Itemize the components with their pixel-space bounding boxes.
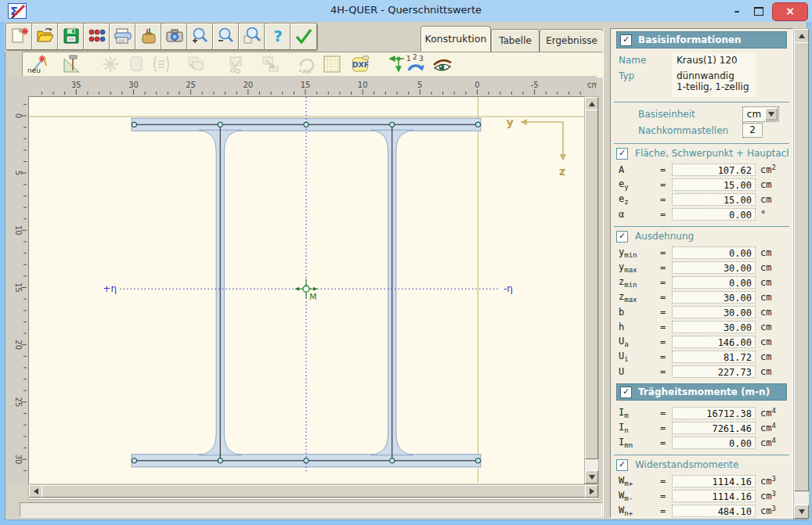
equals-sign: = bbox=[660, 322, 672, 333]
section-header-2: ✓Trägheitsmomente (m-n) bbox=[616, 383, 787, 401]
arrow-right-icon bbox=[590, 488, 594, 494]
value-row-A: A=107.62cm2 bbox=[619, 162, 792, 177]
unit-label: cm bbox=[760, 336, 792, 347]
pens-button[interactable] bbox=[135, 23, 162, 50]
eye-button[interactable] bbox=[432, 54, 454, 74]
svg-text:z: z bbox=[559, 165, 565, 178]
equals-sign: = bbox=[660, 491, 672, 502]
svg-text:25: 25 bbox=[14, 397, 23, 408]
value-field: 0.00 bbox=[672, 437, 756, 449]
group-label: Widerstandsmomente bbox=[635, 459, 789, 470]
svg-text:25: 25 bbox=[186, 81, 196, 89]
print-button[interactable] bbox=[110, 23, 136, 50]
separator bbox=[614, 143, 789, 144]
svg-text:0: 0 bbox=[14, 113, 23, 118]
value-field: 0.00 bbox=[672, 276, 756, 289]
tab-konstruktion[interactable]: Konstruktion bbox=[420, 26, 491, 52]
arrow-down-icon bbox=[589, 475, 595, 480]
hscroll-thumb[interactable] bbox=[42, 485, 586, 498]
help-button[interactable]: ? bbox=[265, 23, 291, 50]
geometry-button[interactable] bbox=[61, 54, 83, 74]
confirm-button[interactable] bbox=[291, 23, 317, 50]
value-field: 30.00 bbox=[672, 291, 756, 304]
value-row-ey: ey=15.00cm bbox=[619, 177, 792, 192]
open-icon bbox=[33, 26, 58, 46]
copy-icon bbox=[186, 54, 208, 74]
zoom-section-icon bbox=[240, 26, 265, 46]
value-field: 30.00 bbox=[672, 261, 756, 274]
dxf-icon: DXF bbox=[351, 54, 373, 74]
construction-canvas[interactable]: +η-ηMyz bbox=[28, 96, 585, 484]
unit-dropdown[interactable]: cm bbox=[742, 106, 779, 122]
scroll-up-button[interactable] bbox=[585, 97, 598, 110]
svg-text:cm: cm bbox=[587, 81, 597, 89]
basiseinheit-row: Basiseinheitcm bbox=[638, 106, 792, 122]
decimals-input[interactable]: 2 bbox=[742, 123, 763, 138]
checkbox[interactable]: ✓ bbox=[616, 459, 628, 471]
panel-scroll-down-button[interactable] bbox=[794, 505, 809, 519]
checkbox[interactable]: ✓ bbox=[616, 148, 628, 160]
app-window: Σ 4H-QUER - Querschnittswerte – × ? Kons… bbox=[0, 0, 812, 525]
tab-ergebnisse[interactable]: Ergebnisse bbox=[540, 29, 604, 52]
unit-label: cm2 bbox=[760, 164, 792, 175]
scroll-right-button[interactable] bbox=[585, 485, 598, 498]
abacus-button[interactable] bbox=[84, 23, 110, 50]
equals-sign: = bbox=[660, 277, 672, 288]
panel-scroll-up-button[interactable] bbox=[794, 29, 809, 43]
tab-label: Konstruktion bbox=[425, 33, 487, 45]
svg-text:10: 10 bbox=[14, 225, 23, 236]
new-button[interactable] bbox=[6, 23, 33, 50]
unit-label: cm4 bbox=[760, 422, 792, 433]
unit-label: cm bbox=[760, 351, 792, 362]
symbol: Ui bbox=[619, 351, 660, 363]
close-button[interactable]: × bbox=[772, 2, 808, 21]
name-field[interactable]: Kraus(1) 120 bbox=[672, 53, 756, 69]
delete-icon bbox=[126, 54, 148, 74]
new-element-icon: neu bbox=[27, 54, 49, 74]
value-row-Wmm: Wm-=1114.16cm3 bbox=[619, 488, 792, 503]
save-button[interactable] bbox=[58, 23, 85, 50]
symbol: ey bbox=[619, 178, 660, 191]
zoom-in-button[interactable] bbox=[187, 23, 214, 50]
symbol: zmax bbox=[619, 291, 660, 304]
checkbox[interactable]: ✓ bbox=[620, 34, 632, 46]
equals-sign: = bbox=[660, 505, 672, 516]
open-button[interactable] bbox=[32, 23, 59, 50]
new-element-button[interactable]: neu bbox=[27, 54, 49, 74]
geometry-icon bbox=[61, 54, 83, 74]
renumber-button[interactable]: 123 bbox=[406, 54, 428, 74]
value-row-Imn: Imn=0.00cm4 bbox=[619, 435, 792, 450]
dxf-button[interactable]: DXF bbox=[351, 54, 373, 74]
maximize-button[interactable] bbox=[749, 3, 769, 19]
scroll-down-button[interactable] bbox=[585, 470, 598, 484]
tab-tabelle[interactable]: Tabelle bbox=[491, 29, 540, 52]
grid-button[interactable] bbox=[322, 54, 344, 74]
group-title-3: ✓Widerstandsmomente bbox=[616, 458, 792, 471]
camera-button[interactable] bbox=[161, 23, 188, 50]
canvas-vscrollbar[interactable] bbox=[584, 96, 599, 484]
svg-text:0: 0 bbox=[475, 81, 479, 89]
minimize-button[interactable]: – bbox=[727, 3, 747, 19]
value-field: 107.62 bbox=[672, 164, 756, 176]
checkbox[interactable]: ✓ bbox=[620, 387, 632, 398]
dropdown-button[interactable] bbox=[765, 108, 778, 120]
svg-text:5: 5 bbox=[14, 171, 23, 175]
symbol: Wm- bbox=[619, 490, 660, 502]
canvas-hscrollbar[interactable] bbox=[28, 484, 599, 500]
group-label: Ausdehnung bbox=[635, 231, 789, 242]
value-row-zmin: zmin=0.00cm bbox=[619, 275, 792, 289]
zoom-out-button[interactable] bbox=[213, 23, 240, 50]
zoom-section-button[interactable] bbox=[239, 23, 265, 50]
value-field: 227.73 bbox=[672, 365, 756, 378]
scroll-left-button[interactable] bbox=[29, 485, 42, 498]
checkbox[interactable]: ✓ bbox=[616, 231, 628, 243]
panel-scroll-thumb[interactable] bbox=[794, 42, 809, 491]
horizontal-ruler: -505101520253035cm bbox=[28, 76, 597, 96]
equals-sign: = bbox=[660, 164, 672, 175]
vscroll-thumb[interactable] bbox=[585, 110, 598, 459]
value-field: 7261.46 bbox=[672, 422, 756, 434]
unit-label: cm bbox=[760, 277, 792, 288]
unit-label: cm bbox=[760, 262, 792, 273]
panel-scrollbar[interactable] bbox=[793, 28, 810, 520]
save-icon bbox=[59, 26, 84, 46]
